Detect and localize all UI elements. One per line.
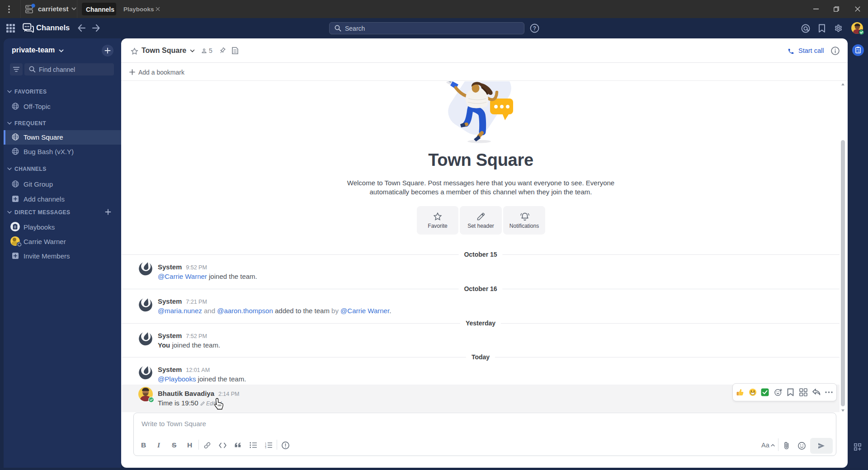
svg-text:3: 3 xyxy=(265,446,266,448)
svg-text:?: ? xyxy=(533,25,536,32)
